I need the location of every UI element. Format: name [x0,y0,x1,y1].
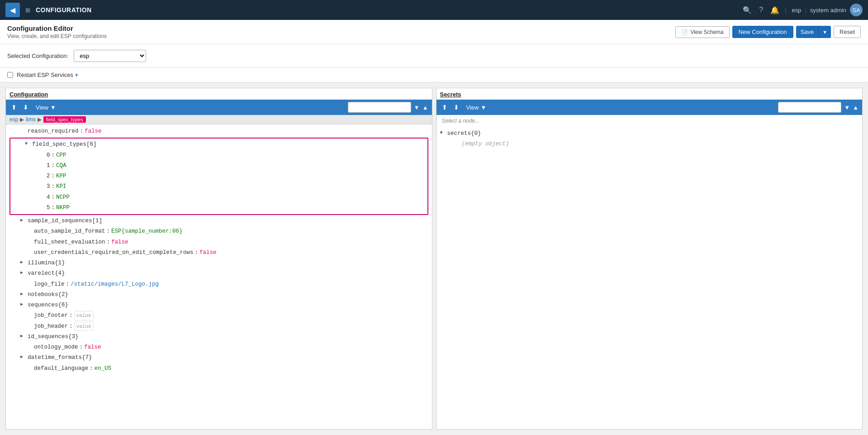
right-collapse-button[interactable]: ▲ [853,104,859,111]
view-schema-button[interactable]: 📄 View Schema [675,26,729,38]
right-view-dropdown-icon: ▼ [480,104,486,111]
right-panel: Secrets ⬆ ⬇ View ▼ ▼ ▲ Select a node... … [436,88,863,430]
save-button[interactable]: Save [796,26,819,38]
help-icon[interactable]: ? [759,6,763,14]
tree-node-fst-1[interactable]: 1 : CQA [10,161,427,171]
save-button-group: Save ▼ [796,26,831,38]
tree-node-secrets[interactable]: ▼ secrets {0} [436,129,863,139]
right-panel-search[interactable] [778,102,841,113]
top-nav: ◀ ⊞ CONFIGURATION 🔍 ? 🔔 | esp | system a… [0,0,868,20]
tree-node-datetime-formats[interactable]: ▶ datetime_formats {7} [6,353,432,363]
restart-label[interactable]: Restart ESP Services + [17,72,78,78]
reset-button[interactable]: Reset [834,26,861,38]
search-icon[interactable]: 🔍 [743,6,752,14]
tree-node-notebooks[interactable]: ▶ notebooks {2} [6,290,432,300]
page-title: Configuration Editor [7,24,107,32]
restart-bar: Restart ESP Services + [0,68,868,82]
right-tree-content: ▼ secrets {0} (empty object) [436,127,863,429]
left-toolbar-up-icon[interactable]: ⬆ [9,103,19,112]
tree-node-ontology-mode[interactable]: ontology_mode : false [6,342,432,353]
empty-object-label: (empty object) [462,139,509,149]
tree-node-varelect[interactable]: ▶ varelect {4} [6,268,432,279]
tree-node-default-language[interactable]: default_language : en_US [6,363,432,374]
config-bar: Selected Configuration: esp [0,44,868,68]
right-toolbar-view-button[interactable]: View ▼ [464,103,489,112]
tree-node-sequences[interactable]: ▶ sequences {6} [6,300,432,311]
main-area: Configuration ⬆ ⬇ View ▼ ▼ ▲ esp ▶ lims … [0,82,868,435]
bell-icon[interactable]: 🔔 [770,6,779,14]
tree-node-job-footer[interactable]: job_footer : value [6,311,432,321]
tree-node-illumina[interactable]: ▶ illumina {1} [6,258,432,268]
back-icon: ◀ [10,6,15,14]
field-spec-types-box: ▼ field_spec_types [6] 0 : CPP 1 : CQ [9,138,428,215]
breadcrumb: esp ▶ lims ▶ field_spec_types [6,115,432,124]
right-filter-button[interactable]: ▼ [844,104,850,111]
right-panel-title: Secrets [436,88,863,100]
nav-user: esp | system admin SA [792,4,863,16]
tree-node-fst-3[interactable]: 3 : KPI [10,182,427,192]
page-subtitle: View, create, and edit ESP configuration… [7,33,107,39]
right-panel-toolbar: ⬆ ⬇ View ▼ ▼ ▲ [436,100,863,115]
left-panel: Configuration ⬆ ⬇ View ▼ ▼ ▲ esp ▶ lims … [5,88,432,430]
nav-esp-label: esp [792,7,801,14]
config-select[interactable]: esp [74,50,146,62]
tree-node-logo-file[interactable]: logo_file : /static/images/L7_Logo.jpg [6,279,432,290]
breadcrumb-field-spec-types[interactable]: field_spec_types [43,116,86,123]
view-dropdown-icon: ▼ [50,104,56,111]
nav-back-button[interactable]: ◀ [5,3,20,17]
tree-node-field-spec-types[interactable]: ▼ field_spec_types [6] [10,139,427,150]
tree-node-secrets-empty: (empty object) [436,139,863,149]
right-toolbar-down-icon[interactable]: ⬇ [452,103,461,112]
page-header-left: Configuration Editor View, create, and e… [7,24,107,39]
breadcrumb-esp[interactable]: esp [9,116,18,123]
left-filter-button[interactable]: ▼ [414,104,420,111]
tree-node-sample-id-sequences[interactable]: ▶ sample_id_sequences [1] [6,216,432,226]
grid-icon: ⊞ [25,7,30,14]
tree-node-fst-2[interactable]: 2 : KPP [10,171,427,182]
nav-divider: | [785,7,786,14]
left-toolbar-view-button[interactable]: View ▼ [33,103,59,112]
save-dropdown-button[interactable]: ▼ [818,26,831,38]
tree-node-auto-sample[interactable]: auto_sample_id_format : ESP{sample_numbe… [6,226,432,237]
new-configuration-button[interactable]: New Configuration [732,26,793,38]
schema-icon: 📄 [681,29,688,35]
nav-icons: 🔍 ? 🔔 [743,6,779,14]
tree-node-full-sheet[interactable]: full_sheet_evaluation : false [6,237,432,248]
nav-username: system admin [810,7,846,14]
header-actions: 📄 View Schema New Configuration Save ▼ R… [675,26,861,38]
tree-node-reason-required[interactable]: reason_required : false [6,126,432,137]
tree-node-fst-5[interactable]: 5 : NKPP [10,203,427,213]
left-panel-title: Configuration [6,88,432,100]
tree-node-user-credentials[interactable]: user_credentials_required_on_edit_comple… [6,248,432,258]
tree-node-fst-0[interactable]: 0 : CPP [10,150,427,161]
select-node-hint: Select a node... [436,115,863,127]
config-label: Selected Configuration: [7,53,68,59]
left-tree-content: reason_required : false ▼ field_spec_typ… [6,124,432,429]
restart-checkbox[interactable] [7,72,13,78]
left-toolbar-down-icon[interactable]: ⬇ [21,103,30,112]
tree-node-fst-4[interactable]: 4 : NCPP [10,192,427,203]
tree-node-id-sequences[interactable]: ▶ id_sequences {3} [6,332,432,342]
user-avatar: SA [850,4,863,16]
breadcrumb-lims[interactable]: lims [26,116,35,123]
left-panel-search[interactable] [348,102,411,113]
right-toolbar-up-icon[interactable]: ⬆ [440,103,449,112]
left-panel-toolbar: ⬆ ⬇ View ▼ ▼ ▲ [6,100,432,115]
nav-title: CONFIGURATION [36,6,92,14]
left-collapse-button[interactable]: ▲ [422,104,428,111]
tree-node-job-header[interactable]: job_header : value [6,321,432,332]
page-header: Configuration Editor View, create, and e… [0,20,868,44]
